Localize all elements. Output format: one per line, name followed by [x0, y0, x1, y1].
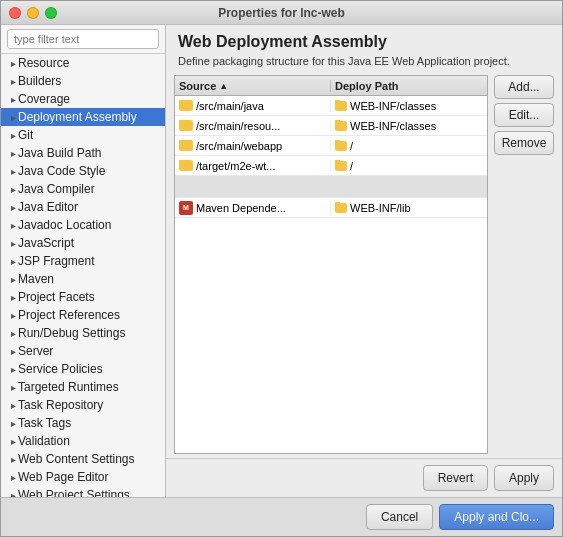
arrow-icon: ▸	[11, 364, 16, 375]
sidebar-item-web-project-settings[interactable]: ▸Web Project Settings	[1, 486, 165, 497]
sidebar-item-targeted-runtimes[interactable]: ▸Targeted Runtimes	[1, 378, 165, 396]
arrow-icon: ▸	[11, 166, 16, 177]
filter-input[interactable]	[7, 29, 159, 49]
panel-title: Web Deployment Assembly	[178, 33, 550, 51]
bottom-bar: Revert Apply	[166, 458, 562, 497]
table-row[interactable]: /src/main/resou... WEB-INF/classes	[175, 116, 487, 136]
arrow-icon: ▸	[11, 436, 16, 447]
table-row[interactable]: /target/m2e-wt... /	[175, 156, 487, 176]
sidebar-item-project-facets[interactable]: ▸Project Facets	[1, 288, 165, 306]
arrow-icon: ▸	[11, 238, 16, 249]
arrow-icon: ▸	[11, 274, 16, 285]
arrow-icon: ▸	[11, 418, 16, 429]
folder-icon	[179, 120, 193, 131]
folder-icon	[335, 161, 347, 171]
arrow-icon: ▸	[11, 400, 16, 411]
arrow-icon: ▸	[11, 346, 16, 357]
arrow-icon: ▸	[11, 382, 16, 393]
add-button[interactable]: Add...	[494, 75, 554, 99]
arrow-icon: ▸	[11, 58, 16, 69]
close-button[interactable]	[9, 7, 21, 19]
table-header: Source ▲ Deploy Path	[175, 76, 487, 96]
arrow-icon: ▸	[11, 220, 16, 231]
table-row[interactable]	[175, 176, 487, 198]
table-row[interactable]: /src/main/webapp /	[175, 136, 487, 156]
source-column-header: Source ▲	[175, 80, 331, 92]
sidebar-list: ▸Resource▸Builders▸Coverage▸Deployment A…	[1, 54, 165, 497]
folder-icon	[335, 203, 347, 213]
filter-box	[1, 25, 165, 54]
cell-source: /src/main/webapp	[175, 140, 331, 152]
arrow-icon: ▸	[11, 256, 16, 267]
sidebar-item-jsp-fragment[interactable]: ▸JSP Fragment	[1, 252, 165, 270]
folder-icon	[179, 140, 193, 151]
minimize-button[interactable]	[27, 7, 39, 19]
arrow-icon: ▸	[11, 454, 16, 465]
sidebar-item-java-build-path[interactable]: ▸Java Build Path	[1, 144, 165, 162]
deployment-table: Source ▲ Deploy Path /src/main/java WEB-…	[174, 75, 488, 454]
sidebar-item-maven[interactable]: ▸Maven	[1, 270, 165, 288]
sidebar-item-project-references[interactable]: ▸Project References	[1, 306, 165, 324]
table-body: /src/main/java WEB-INF/classes /src/main…	[175, 96, 487, 453]
arrow-icon: ▸	[11, 112, 16, 123]
folder-icon	[335, 121, 347, 131]
sort-arrow-icon: ▲	[219, 81, 228, 91]
sidebar-item-resource[interactable]: ▸Resource	[1, 54, 165, 72]
sidebar-item-web-page-editor[interactable]: ▸Web Page Editor	[1, 468, 165, 486]
maximize-button[interactable]	[45, 7, 57, 19]
cell-deploy: /	[331, 140, 487, 152]
arrow-icon: ▸	[11, 184, 16, 195]
arrow-icon: ▸	[11, 310, 16, 321]
sidebar-item-java-editor[interactable]: ▸Java Editor	[1, 198, 165, 216]
cancel-button[interactable]: Cancel	[366, 504, 433, 530]
arrow-icon: ▸	[11, 472, 16, 483]
sidebar-item-javadoc-location[interactable]: ▸Javadoc Location	[1, 216, 165, 234]
maven-icon: M	[179, 201, 193, 215]
sidebar-item-git[interactable]: ▸Git	[1, 126, 165, 144]
edit-button[interactable]: Edit...	[494, 103, 554, 127]
panel-header: Web Deployment Assembly Define packaging…	[166, 25, 562, 71]
arrow-icon: ▸	[11, 490, 16, 497]
cell-source: /src/main/java	[175, 100, 331, 112]
sidebar-item-java-compiler[interactable]: ▸Java Compiler	[1, 180, 165, 198]
sidebar: ▸Resource▸Builders▸Coverage▸Deployment A…	[1, 25, 166, 497]
sidebar-item-java-code-style[interactable]: ▸Java Code Style	[1, 162, 165, 180]
sidebar-item-validation[interactable]: ▸Validation	[1, 432, 165, 450]
folder-icon	[179, 160, 193, 171]
table-row[interactable]: /src/main/java WEB-INF/classes	[175, 96, 487, 116]
remove-button[interactable]: Remove	[494, 131, 554, 155]
sidebar-item-server[interactable]: ▸Server	[1, 342, 165, 360]
cell-deploy: WEB-INF/classes	[331, 120, 487, 132]
sidebar-item-javascript[interactable]: ▸JavaScript	[1, 234, 165, 252]
properties-window: Properties for lnc-web ▸Resource▸Builder…	[0, 0, 563, 537]
content-area: ▸Resource▸Builders▸Coverage▸Deployment A…	[1, 25, 562, 497]
apply-button[interactable]: Apply	[494, 465, 554, 491]
sidebar-item-task-tags[interactable]: ▸Task Tags	[1, 414, 165, 432]
window-controls	[9, 7, 57, 19]
cell-source: /target/m2e-wt...	[175, 160, 331, 172]
sidebar-item-web-content-settings[interactable]: ▸Web Content Settings	[1, 450, 165, 468]
sidebar-item-coverage[interactable]: ▸Coverage	[1, 90, 165, 108]
folder-icon	[335, 141, 347, 151]
sidebar-item-run/debug-settings[interactable]: ▸Run/Debug Settings	[1, 324, 165, 342]
cell-source: MMaven Depende...	[175, 201, 331, 215]
apply-close-button[interactable]: Apply and Clo...	[439, 504, 554, 530]
table-row[interactable]: MMaven Depende... WEB-INF/lib	[175, 198, 487, 218]
sidebar-item-deployment-assembly[interactable]: ▸Deployment Assembly	[1, 108, 165, 126]
titlebar: Properties for lnc-web	[1, 1, 562, 25]
sidebar-item-builders[interactable]: ▸Builders	[1, 72, 165, 90]
cell-deploy: /	[331, 160, 487, 172]
revert-button[interactable]: Revert	[423, 465, 488, 491]
sidebar-item-task-repository[interactable]: ▸Task Repository	[1, 396, 165, 414]
table-area: Source ▲ Deploy Path /src/main/java WEB-…	[166, 71, 562, 458]
deploy-column-header: Deploy Path	[331, 80, 487, 92]
arrow-icon: ▸	[11, 328, 16, 339]
arrow-icon: ▸	[11, 292, 16, 303]
folder-icon	[335, 101, 347, 111]
arrow-icon: ▸	[11, 130, 16, 141]
dialog-footer: Cancel Apply and Clo...	[1, 497, 562, 536]
sidebar-item-service-policies[interactable]: ▸Service Policies	[1, 360, 165, 378]
arrow-icon: ▸	[11, 94, 16, 105]
arrow-icon: ▸	[11, 76, 16, 87]
cell-source: /src/main/resou...	[175, 120, 331, 132]
